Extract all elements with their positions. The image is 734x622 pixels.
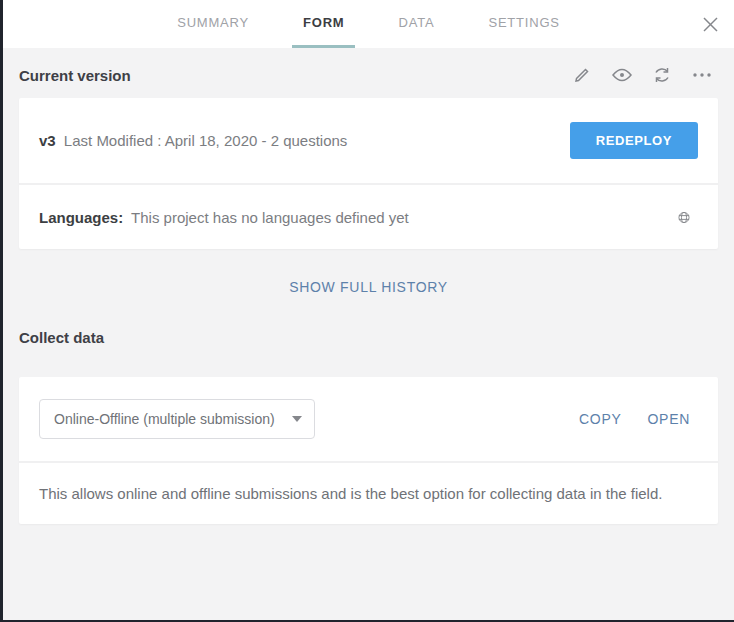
- open-link[interactable]: OPEN: [648, 411, 690, 427]
- collect-data-card: Online-Offline (multiple submission) COP…: [19, 377, 718, 524]
- current-version-card: v3 Last Modified : April 18, 2020 - 2 qu…: [19, 98, 718, 249]
- current-version-actions: [572, 65, 718, 85]
- close-icon-glyph: [702, 16, 719, 33]
- version-info: v3 Last Modified : April 18, 2020 - 2 qu…: [39, 132, 347, 149]
- version-number: v3: [39, 132, 56, 149]
- version-modified-text: Last Modified : April 18, 2020 - 2 quest…: [64, 132, 348, 149]
- languages-label: Languages:: [39, 209, 123, 226]
- collect-method-value: Online-Offline (multiple submission): [54, 411, 275, 427]
- collect-method-dropdown[interactable]: Online-Offline (multiple submission): [39, 399, 315, 439]
- current-version-header: Current version: [19, 65, 718, 85]
- copy-link[interactable]: COPY: [579, 411, 621, 427]
- globe-icon[interactable]: [678, 207, 698, 227]
- redeploy-button[interactable]: REDEPLOY: [570, 122, 698, 159]
- clone-sync-icon[interactable]: [652, 65, 672, 85]
- edit-pencil-icon[interactable]: [572, 65, 592, 85]
- history-link-wrap: SHOW FULL HISTORY: [19, 278, 718, 296]
- preview-eye-icon[interactable]: [612, 65, 632, 85]
- more-ellipsis-icon[interactable]: [692, 65, 712, 85]
- close-icon[interactable]: [696, 10, 724, 38]
- modal-tab-bar: SUMMARY FORM DATA SETTINGS: [3, 0, 734, 48]
- collect-description-text: This allows online and offline submissio…: [39, 485, 698, 502]
- version-row: v3 Last Modified : April 18, 2020 - 2 qu…: [19, 98, 718, 183]
- collect-links: COPY OPEN: [579, 411, 698, 427]
- modal-body: Current version: [3, 65, 734, 524]
- collect-method-row: Online-Offline (multiple submission) COP…: [19, 377, 718, 461]
- languages-info: Languages: This project has no languages…: [39, 209, 409, 226]
- tab-form[interactable]: FORM: [292, 0, 355, 48]
- show-full-history-link[interactable]: SHOW FULL HISTORY: [289, 279, 448, 295]
- tab-summary[interactable]: SUMMARY: [166, 0, 260, 48]
- languages-text: This project has no languages defined ye…: [131, 209, 409, 226]
- current-version-title: Current version: [19, 67, 131, 84]
- collect-data-title: Collect data: [19, 329, 718, 346]
- collect-description-row: This allows online and offline submissio…: [19, 463, 718, 524]
- tab-data[interactable]: DATA: [387, 0, 445, 48]
- tab-settings[interactable]: SETTINGS: [477, 0, 570, 48]
- languages-row: Languages: This project has no languages…: [19, 185, 718, 249]
- chevron-down-icon: [292, 416, 302, 422]
